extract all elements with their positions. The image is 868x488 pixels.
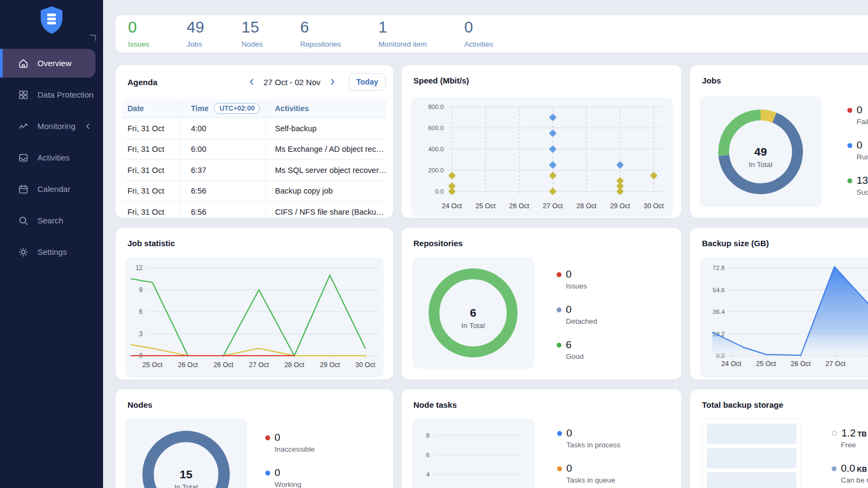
backup-size-title: Backup size (GB) xyxy=(690,228,868,248)
legend-item-failed: 0Failed xyxy=(847,104,868,126)
legend-item-issues: 0Issues xyxy=(557,268,597,290)
sidebar-item-overview[interactable]: Overview xyxy=(0,49,95,78)
legend-item-tasks-in-process: 0Tasks in process xyxy=(557,427,621,449)
legend-dot-icon xyxy=(557,272,561,277)
stat-activities[interactable]: 0Activities xyxy=(464,20,493,48)
sidebar-item-search[interactable]: Search xyxy=(0,206,95,235)
next-week-button[interactable] xyxy=(327,76,338,87)
agenda-time: 4:00 xyxy=(191,124,206,133)
repositories-title: Repositories xyxy=(401,228,681,248)
legend-item-can-be-reclaimed: 0.0KBCan be reclaimed xyxy=(832,463,868,484)
agenda-date: Fri, 31 Oct xyxy=(127,124,164,133)
svg-text:27 Oct: 27 Oct xyxy=(249,361,269,369)
job-statistic-line-chart: 03691225 Oct26 Oct26 Oct27 Oct28 Oct29 O… xyxy=(125,258,384,377)
agenda-table: Date TimeUTC+02:00 Activities Fri, 31 Oc… xyxy=(122,99,387,218)
sidebar-item-settings[interactable]: Settings xyxy=(0,237,95,266)
jobs-donut-panel: 49In Total xyxy=(700,97,822,207)
sidebar-collapse-icon[interactable] xyxy=(90,35,96,41)
svg-text:8: 8 xyxy=(426,432,430,439)
svg-text:30 Oct: 30 Oct xyxy=(644,202,664,210)
agenda-date: Fri, 31 Oct xyxy=(127,208,164,216)
svg-text:26 Oct: 26 Oct xyxy=(213,361,233,369)
backup-size-area-chart: 0.018.236.454.672.824 Oct25 Oct26 Oct27 … xyxy=(700,258,868,377)
agenda-activity: Ms Exchange / AD object rec… xyxy=(275,145,384,153)
sidebar-item-label: Calendar xyxy=(37,184,71,194)
legend-label: Can be reclaimed xyxy=(841,476,868,484)
legend-dot-icon xyxy=(847,108,852,113)
svg-text:24 Oct: 24 Oct xyxy=(442,202,462,210)
storage-bar xyxy=(707,448,796,468)
nodes-legend: 0Inaccessible0Working xyxy=(265,432,315,488)
col-header-activities: Activities xyxy=(275,104,309,113)
svg-text:6: 6 xyxy=(139,308,143,316)
sidebar-item-label: Overview xyxy=(37,59,72,68)
agenda-date: Fri, 31 Oct xyxy=(127,145,164,153)
stat-label: Repositories xyxy=(300,40,341,48)
sidebar-nav: OverviewData ProtectionMonitoringActivit… xyxy=(0,49,103,269)
pulse-icon xyxy=(18,121,29,132)
stat-label: Monitored item xyxy=(378,40,426,48)
svg-text:25 Oct: 25 Oct xyxy=(476,202,496,210)
agenda-row[interactable]: Fri, 31 Oct6:56CIFS / NFS file share (Ba… xyxy=(122,202,387,218)
legend-dot-icon xyxy=(557,343,561,348)
svg-text:400.0: 400.0 xyxy=(428,146,444,152)
legend-item-good: 6Good xyxy=(557,339,597,361)
app-logo xyxy=(38,6,65,34)
svg-text:9: 9 xyxy=(139,286,143,294)
svg-text:27 Oct: 27 Oct xyxy=(543,202,563,210)
sidebar-item-monitoring[interactable]: Monitoring xyxy=(0,112,95,140)
agenda-title: Agenda xyxy=(127,78,157,87)
agenda-date: Fri, 31 Oct xyxy=(127,187,164,195)
legend-value: 0 xyxy=(275,432,280,444)
stat-value: 1 xyxy=(378,20,426,35)
sidebar-item-label: Monitoring xyxy=(37,121,75,131)
legend-label: Free xyxy=(841,441,868,449)
col-header-time: Time xyxy=(191,104,208,113)
legend-item-running: 0Running xyxy=(847,139,868,161)
prev-week-button[interactable] xyxy=(246,76,257,87)
sidebar-item-data-protection[interactable]: Data Protection xyxy=(0,80,95,109)
legend-dot-icon xyxy=(832,431,837,436)
node-tasks-title: Node tasks xyxy=(401,389,681,409)
legend-label: Failed xyxy=(857,118,868,126)
svg-text:15: 15 xyxy=(180,468,193,480)
today-button[interactable]: Today xyxy=(349,73,386,91)
svg-text:200.0: 200.0 xyxy=(428,167,444,174)
legend-dot-icon xyxy=(847,143,852,148)
storage-bar xyxy=(707,423,796,444)
svg-text:800.0: 800.0 xyxy=(428,104,444,110)
jobs-title: Jobs xyxy=(690,65,868,85)
timezone-badge[interactable]: UTC+02:00 xyxy=(214,103,260,114)
sidebar-item-activities[interactable]: Activities xyxy=(0,143,95,172)
stat-value: 49 xyxy=(187,20,204,35)
grid-icon xyxy=(18,89,29,100)
job-statistic-chart-panel: 03691225 Oct26 Oct26 Oct27 Oct28 Oct29 O… xyxy=(125,258,384,377)
stat-monitored-item[interactable]: 1Monitored item xyxy=(378,20,426,48)
stat-label: Nodes xyxy=(241,40,263,48)
summary-stats-bar: 0Issues49Jobs15Nodes6Repositories1Monito… xyxy=(116,15,868,53)
legend-value: 6 xyxy=(566,339,572,351)
stat-nodes[interactable]: 15Nodes xyxy=(241,20,263,48)
card-nodes: Nodes 15In Total 0Inaccessible0Working xyxy=(116,389,393,488)
storage-bar xyxy=(707,472,796,488)
legend-item-success: 13Success xyxy=(847,175,868,196)
agenda-row[interactable]: Fri, 31 Oct6:37Ms SQL server object reco… xyxy=(122,160,387,181)
stat-repositories[interactable]: 6Repositories xyxy=(300,20,341,48)
stat-jobs[interactable]: 49Jobs xyxy=(187,20,204,48)
agenda-row[interactable]: Fri, 31 Oct4:00Self-backup xyxy=(122,118,387,139)
legend-dot-icon xyxy=(265,435,270,440)
legend-value: 0 xyxy=(566,304,572,316)
agenda-table-header: Date TimeUTC+02:00 Activities xyxy=(122,99,387,118)
legend-label: Tasks in process xyxy=(566,441,621,449)
nodes-donut-panel: 15In Total xyxy=(125,419,247,488)
svg-text:In Total: In Total xyxy=(461,322,484,330)
node-tasks-chart: 864 xyxy=(412,419,534,488)
agenda-date-nav: 27 Oct - 02 Nov Today xyxy=(246,73,386,91)
sidebar-item-calendar[interactable]: Calendar xyxy=(0,175,95,203)
agenda-row[interactable]: Fri, 31 Oct6:00Ms Exchange / AD object r… xyxy=(122,139,387,160)
stat-issues[interactable]: 0Issues xyxy=(128,20,149,48)
chevron-left-icon[interactable] xyxy=(84,123,92,130)
card-node-tasks: Node tasks 864 0Tasks in process0Tasks i… xyxy=(401,389,681,488)
chevron-left-icon xyxy=(247,78,256,86)
agenda-row[interactable]: Fri, 31 Oct6:56Backup copy job xyxy=(122,181,387,202)
